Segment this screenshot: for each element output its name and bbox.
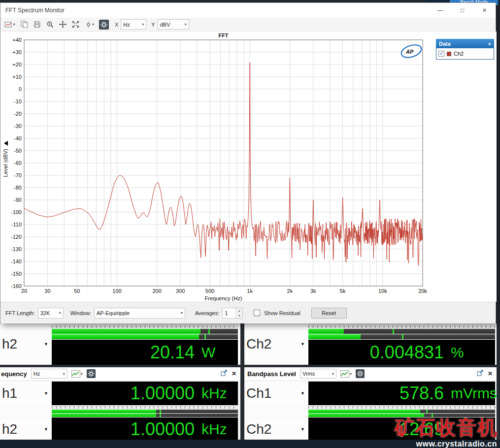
popout-icon[interactable] xyxy=(477,370,484,378)
meters-section: h2 ▼ 20.14 W equency Hz ▾ ▾ xyxy=(0,322,500,448)
minimize-button[interactable]: — xyxy=(429,3,451,18)
svg-text:3k: 3k xyxy=(310,288,316,294)
svg-text:-40: -40 xyxy=(14,135,22,141)
chevron-down-icon: ▾ xyxy=(182,22,187,27)
reset-button[interactable]: Reset xyxy=(311,308,347,319)
svg-text:20: 20 xyxy=(21,288,27,294)
graph-settings-gear-icon[interactable] xyxy=(98,19,110,31)
meter-unit: % xyxy=(444,344,495,361)
channel-selector[interactable]: Ch2 ▼ xyxy=(244,323,308,365)
averages-stepper[interactable]: 1 ▴ ▾ xyxy=(222,308,243,319)
svg-text:-150: -150 xyxy=(11,271,22,277)
channel-selector[interactable]: Ch2 ▼ xyxy=(244,417,308,441)
meter-scale xyxy=(308,323,495,328)
trend-icon xyxy=(71,370,80,378)
cursors-button[interactable]: ▾ xyxy=(82,19,97,31)
meter-display: 1.00000 kHz xyxy=(52,382,238,405)
chevron-down-icon: ▾ xyxy=(81,372,83,376)
channel-selector[interactable]: h2 ▼ xyxy=(0,323,52,365)
legend-header[interactable]: Data + xyxy=(436,39,494,48)
svg-text:5k: 5k xyxy=(340,288,346,294)
legend-pin-icon[interactable]: + xyxy=(488,41,491,47)
window-titlebar[interactable]: FFT Spectrum Monitor — □ ✕ xyxy=(0,3,496,18)
unit-combobox[interactable]: Vrms ▾ xyxy=(300,369,336,379)
channel-selector[interactable]: h1 ▼ xyxy=(0,382,52,405)
chevron-down-icon: ▼ xyxy=(300,427,305,432)
chevron-down-icon: ▾ xyxy=(139,22,144,27)
fft-graph[interactable]: +40+30+20+100-10-20-30-40-50-60-70-80-90… xyxy=(0,32,497,302)
svg-text:100: 100 xyxy=(112,288,121,294)
svg-text:-110: -110 xyxy=(11,222,22,227)
popout-icon[interactable] xyxy=(221,370,228,378)
label-spacer xyxy=(244,406,308,417)
channel-label: Ch2 xyxy=(246,336,271,352)
display-options-button[interactable]: ▾ xyxy=(71,370,83,378)
close-icon[interactable]: ✕ xyxy=(232,370,237,377)
frequency-ch2-row: h2 ▼ 1.00000 kHz xyxy=(0,417,240,441)
pan-icon[interactable] xyxy=(57,19,68,31)
show-residual-checkbox[interactable] xyxy=(254,310,260,316)
label-spacer xyxy=(0,406,52,417)
fft-length-label: FFT Length: xyxy=(5,310,35,316)
frequency-ch1-row: h1 ▼ 1.00000 kHz xyxy=(0,382,240,405)
display-options-button[interactable]: ▾ xyxy=(340,370,352,378)
zoom-icon[interactable] xyxy=(44,19,56,31)
thd-meter-panel: Ch2 ▼ 0.004831 % xyxy=(244,323,497,365)
unit-combobox-value: Vrms xyxy=(302,371,315,377)
unit-combobox[interactable]: Hz ▾ xyxy=(31,369,67,379)
meter-unit: kHz xyxy=(195,385,238,402)
legend-title: Data xyxy=(439,41,451,47)
channel-selector[interactable]: h2 ▼ xyxy=(0,417,52,441)
series-color-swatch xyxy=(447,52,451,56)
chevron-down-icon: ▾ xyxy=(350,372,352,376)
settings-gear-icon[interactable] xyxy=(356,369,365,378)
svg-text:-30: -30 xyxy=(14,123,22,129)
spectrum-plot[interactable]: +40+30+20+100-10-20-30-40-50-60-70-80-90… xyxy=(0,32,497,302)
svg-text:-50: -50 xyxy=(14,148,22,154)
trend-icon xyxy=(340,370,349,378)
legend-checkbox[interactable]: ✓ xyxy=(438,51,444,57)
channel-label: h2 xyxy=(2,336,17,352)
save-data-button[interactable] xyxy=(31,19,43,31)
watermark-text: 矿石收音机 xyxy=(395,414,498,441)
series-label: Ch2 xyxy=(454,51,464,57)
level-bar xyxy=(52,410,238,413)
averages-label: Averages: xyxy=(195,310,219,316)
window-function-label: Window: xyxy=(70,310,91,316)
zoom-fit-icon[interactable] xyxy=(69,19,81,31)
svg-text:-130: -130 xyxy=(11,246,22,252)
power-meter-panel: h2 ▼ 20.14 W xyxy=(0,323,240,365)
maximize-button[interactable]: □ xyxy=(451,3,473,18)
window-function-combobox[interactable]: AP-Equiripple ▾ xyxy=(94,308,185,319)
frequency-meter-header: equency Hz ▾ ▾ ✕ xyxy=(0,367,240,380)
settings-gear-icon[interactable] xyxy=(87,369,96,378)
svg-text:Frequency (Hz): Frequency (Hz) xyxy=(205,295,242,301)
chevron-down-icon: ▼ xyxy=(44,427,48,432)
fft-length-value: 32K xyxy=(40,310,50,316)
spin-down-icon[interactable]: ▾ xyxy=(236,313,242,318)
svg-text:-20: -20 xyxy=(14,111,22,117)
svg-text:+10: +10 xyxy=(12,74,22,80)
meter-scale xyxy=(308,406,495,409)
export-graph-button[interactable]: ▾ xyxy=(2,19,17,31)
copy-image-button[interactable] xyxy=(18,19,30,31)
close-button[interactable]: ✕ xyxy=(473,3,496,18)
spin-up-icon[interactable]: ▴ xyxy=(236,308,242,313)
close-icon[interactable]: ✕ xyxy=(488,370,494,377)
x-axis-label: X xyxy=(115,22,118,28)
legend-panel: Data + ✓ Ch2 xyxy=(436,39,494,60)
x-units-combobox[interactable]: Hz ▾ xyxy=(121,19,146,30)
svg-text:-90: -90 xyxy=(14,197,22,203)
y-units-combobox[interactable]: dBV ▾ xyxy=(158,19,189,30)
level-bar xyxy=(52,414,238,417)
chevron-down-icon: ▾ xyxy=(329,372,334,376)
channel-selector[interactable]: Ch1 ▼ xyxy=(244,382,308,405)
channel-label: Ch2 xyxy=(246,421,271,437)
svg-text:-80: -80 xyxy=(14,185,22,191)
svg-text:+40: +40 xyxy=(12,37,22,43)
fft-length-combobox[interactable]: 32K ▾ xyxy=(38,308,64,319)
svg-text:-100: -100 xyxy=(11,209,22,215)
level-bar xyxy=(308,410,495,413)
svg-text:+30: +30 xyxy=(12,49,22,55)
level-bar xyxy=(308,329,495,334)
